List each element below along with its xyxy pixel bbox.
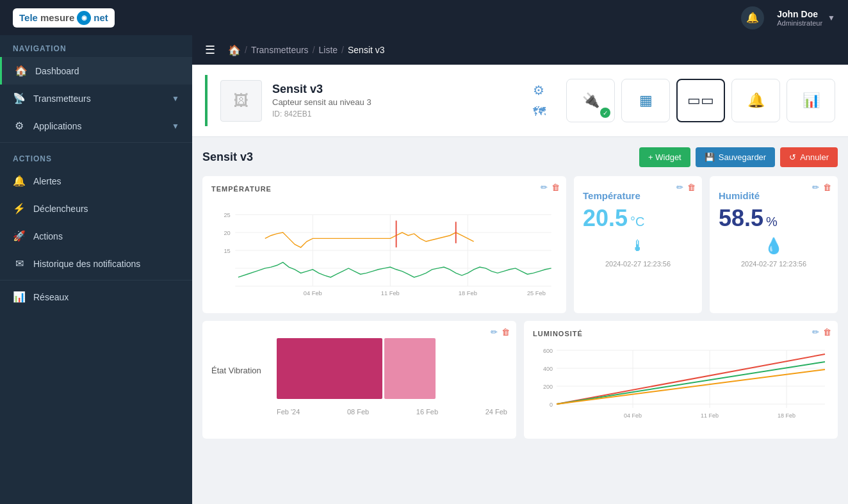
device-action-icons: ⚙ 🗺 (533, 83, 546, 119)
svg-text:20: 20 (224, 230, 230, 236)
dashboard-header: Sensit v3 + Widget 💾 Sauvegarder ↺ Annul… (202, 147, 838, 167)
breadcrumb-sep-1: / (245, 45, 247, 55)
layout-icon: ▭▭ (687, 92, 714, 109)
chart-action-icon: 📊 (803, 92, 820, 109)
logo-box: Tele mesure ◉ net (13, 8, 115, 28)
svg-text:04 Feb: 04 Feb (304, 290, 322, 297)
sidebar-item-actions[interactable]: 🚀 Actions (0, 222, 192, 250)
svg-text:25: 25 (224, 212, 230, 218)
device-settings-icon[interactable]: ⚙ (533, 83, 546, 98)
user-area[interactable]: John Doe Administrateur ▼ (777, 9, 835, 27)
vibration-chart-delete-icon[interactable]: 🗑 (501, 327, 510, 337)
temperature-stat-widget: ✏ 🗑 Température 20.5 °C 🌡 2024-02-27 12:… (574, 176, 702, 313)
breadcrumb-home-icon[interactable]: 🏠 (228, 44, 241, 56)
save-button[interactable]: 💾 Sauvegarder (696, 147, 775, 167)
alertes-icon: 🔔 (13, 175, 26, 187)
main-content: ☰ 🏠 / Transmetteurs / Liste / Sensit v3 … (192, 35, 848, 504)
device-image: 🖼 (220, 80, 262, 122)
user-role: Administrateur (777, 19, 822, 27)
home-icon: 🏠 (15, 65, 28, 77)
temp-stat-content: Température 20.5 °C 🌡 2024-02-27 12:23:5… (583, 185, 693, 268)
svg-text:18 Feb: 18 Feb (459, 290, 477, 297)
luminosity-chart-delete-icon[interactable]: 🗑 (823, 327, 831, 337)
thermometer-icon: 🌡 (583, 237, 693, 255)
humid-stat-value-row: 58.5 % (719, 205, 829, 232)
device-image-placeholder-icon: 🖼 (234, 92, 249, 110)
check-icon: ✓ (603, 110, 608, 117)
temp-stat-delete-icon[interactable]: 🗑 (687, 183, 696, 192)
sidebar-item-label-alertes: Alertes (33, 176, 61, 186)
widget-grid-top: TEMPÉRATURE ✏ 🗑 (202, 176, 838, 313)
applications-chevron-icon: ▼ (172, 122, 179, 131)
svg-text:15: 15 (224, 248, 230, 254)
sidebar-item-historique[interactable]: ✉ Historique des notifications (0, 250, 192, 277)
applications-icon: ⚙ (13, 120, 26, 132)
temp-chart-delete-icon[interactable]: 🗑 (551, 183, 560, 192)
logo-tele: Tele (19, 12, 38, 23)
temperature-svg-chart: 25 20 15 04 Feb 11 Feb 18 Feb (211, 199, 557, 302)
humid-stat-delete-icon[interactable]: 🗑 (823, 183, 831, 192)
hamburger-icon[interactable]: ☰ (205, 43, 215, 57)
humid-stat-unit: % (766, 215, 778, 229)
svg-rect-17 (277, 338, 382, 399)
device-quick-actions: 🔌 ✓ ▦ ▭▭ 🔔 📊 (566, 79, 835, 122)
device-map-icon[interactable]: 🗺 (533, 104, 546, 119)
logo-net: net (94, 12, 108, 23)
sidebar-item-alertes[interactable]: 🔔 Alertes (0, 167, 192, 195)
sidebar-item-dashboard[interactable]: 🏠 Dashboard (0, 57, 192, 85)
widget-button[interactable]: + Widget (639, 147, 690, 167)
humid-stat-edit-icon[interactable]: ✏ (812, 183, 819, 192)
humid-stat-time: 2024-02-27 12:23:56 (719, 260, 829, 268)
breadcrumb-transmetteurs[interactable]: Transmetteurs (251, 45, 309, 55)
historique-icon: ✉ (13, 257, 26, 270)
luminosity-svg-chart: 600 400 200 0 04 Feb 11 Feb 18 Feb (533, 344, 829, 427)
vibration-chart-edit-icon[interactable]: ✏ (491, 327, 498, 337)
reseaux-icon: 📊 (13, 291, 26, 303)
logo-mesure: mesure (40, 12, 74, 23)
svg-text:11 Feb: 11 Feb (701, 412, 719, 419)
logo-circle: ◉ (77, 11, 91, 25)
breadcrumb-sep-3: / (341, 45, 344, 55)
save-icon: 💾 (705, 152, 715, 162)
sidebar-item-transmetteurs[interactable]: 📡 Transmetteurs ▼ (0, 85, 192, 112)
sidebar-item-reseaux[interactable]: 📊 Réseaux (0, 283, 192, 311)
device-description: Capteur sensit au niveau 3 (272, 97, 523, 107)
action-btn-sim[interactable]: ▦ (621, 79, 670, 122)
vibration-x-1: 08 Feb (347, 408, 369, 416)
sidebar-item-label-historique: Historique des notifications (33, 259, 140, 269)
action-btn-plug[interactable]: 🔌 ✓ (566, 79, 615, 122)
sidebar-item-label-dashboard: Dashboard (35, 66, 79, 76)
user-info: John Doe Administrateur (777, 9, 822, 27)
device-info: Sensit v3 Capteur sensit au niveau 3 ID:… (272, 83, 523, 118)
luminosity-chart-edit-icon[interactable]: ✏ (812, 327, 819, 337)
temp-stat-edit-icon[interactable]: ✏ (676, 183, 683, 192)
breadcrumb-current: Sensit v3 (348, 45, 385, 55)
action-btn-layout[interactable]: ▭▭ (676, 79, 725, 122)
sidebar-item-declencheurs[interactable]: ⚡ Déclencheurs (0, 195, 192, 222)
save-label: Sauvegarder (719, 152, 766, 162)
humid-stat-icons: ✏ 🗑 (812, 183, 831, 192)
humid-stat-content: Humidité 58.5 % 💧 2024-02-27 12:23:56 (719, 185, 829, 268)
sidebar-item-label-actions: Actions (33, 231, 63, 241)
vibration-chart-widget: ✏ 🗑 État Vibration Feb '24 (202, 321, 516, 439)
breadcrumb-liste[interactable]: Liste (319, 45, 338, 55)
temp-chart-edit-icon[interactable]: ✏ (541, 183, 548, 192)
transmetteurs-chevron-icon: ▼ (172, 94, 179, 103)
breadcrumb-sep-2: / (313, 45, 315, 55)
sidebar-item-label-applications: Applications (33, 121, 82, 131)
notification-bell-button[interactable]: 🔔 (741, 6, 764, 29)
plug-icon: 🔌 (582, 92, 599, 109)
temp-chart-title: TEMPÉRATURE (211, 185, 557, 193)
action-btn-bell[interactable]: 🔔 (731, 79, 780, 122)
actions-section-label: Actions (0, 145, 192, 167)
cancel-icon: ↺ (789, 152, 796, 162)
temp-stat-value: 20.5 (583, 205, 628, 232)
luminosity-chart-widget: LUMINOSITÉ ✏ 🗑 (524, 321, 838, 439)
logo-area: Tele mesure ◉ net (13, 8, 115, 28)
vibration-x-axis: Feb '24 08 Feb 16 Feb 24 Feb (211, 405, 507, 416)
sidebar-item-applications[interactable]: ⚙ Applications ▼ (0, 112, 192, 140)
action-btn-chart[interactable]: 📊 (787, 79, 835, 122)
sim-icon: ▦ (639, 92, 653, 109)
cancel-button[interactable]: ↺ Annuler (780, 147, 838, 167)
svg-text:04 Feb: 04 Feb (624, 412, 642, 419)
